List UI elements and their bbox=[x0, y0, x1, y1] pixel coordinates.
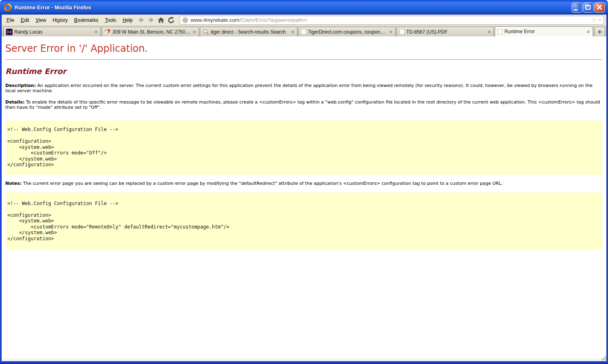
code-line: </system.web> bbox=[7, 156, 602, 162]
menu-label: tory bbox=[59, 17, 68, 23]
window-controls bbox=[571, 2, 606, 13]
minimize-button[interactable] bbox=[572, 2, 582, 13]
url-path: /Claim/Error?aspxerrorpath=/ bbox=[239, 17, 591, 23]
description-text: An application error occurred on the ser… bbox=[5, 83, 593, 93]
url-bar[interactable]: www.4myrebate.com/Claim/Error?aspxerrorp… bbox=[180, 16, 604, 25]
notes-text: The current error page you are seeing ca… bbox=[23, 181, 503, 186]
menu-label: ile bbox=[9, 17, 14, 23]
error-subtitle: Runtime Error bbox=[5, 67, 603, 76]
home-button[interactable] bbox=[156, 15, 166, 25]
tab-title: tiger direct - Search-results Search bbox=[211, 29, 289, 35]
code-line: <customErrors mode="RemoteOnly" defaultR… bbox=[7, 224, 602, 230]
menu-label: iew bbox=[39, 17, 46, 23]
home-icon bbox=[157, 17, 165, 24]
back-button[interactable] bbox=[136, 15, 146, 25]
placeholder-favicon bbox=[498, 29, 503, 34]
code-line: <system.web> bbox=[7, 144, 602, 150]
firefox-icon bbox=[3, 3, 13, 12]
menu-tools[interactable]: Tools bbox=[102, 16, 119, 25]
code-line: <!-- Web.Config Configuration File --> bbox=[7, 127, 602, 133]
notes-paragraph: Notes: The current error page you are se… bbox=[5, 181, 602, 186]
bookmark-star-icon[interactable]: ☆ bbox=[591, 17, 597, 23]
menu-label: dit bbox=[24, 17, 29, 23]
window-border-right bbox=[606, 15, 608, 361]
toolbar: File Edit View History Bookmarks Tools H… bbox=[2, 15, 606, 26]
tab-randy-lucas[interactable]: Randy Lucas × bbox=[3, 27, 101, 36]
code-line bbox=[7, 133, 602, 139]
menu-history[interactable]: History bbox=[49, 16, 71, 25]
reload-button[interactable] bbox=[166, 15, 176, 25]
error-page-title: Server Error in '/' Application. bbox=[5, 43, 603, 54]
menu-label: Hi bbox=[53, 17, 57, 23]
description-label: Description: bbox=[5, 83, 36, 88]
tab-title: TigerDirect.com coupons, coupons Tige... bbox=[308, 29, 387, 35]
divider bbox=[5, 59, 602, 60]
tab-close-icon[interactable]: × bbox=[192, 29, 196, 34]
tab-tiger-direct-search[interactable]: tiger direct - Search-results Search × bbox=[200, 27, 297, 36]
url-dropdown-icon[interactable]: ▼ bbox=[598, 18, 602, 22]
tab-close-icon[interactable]: × bbox=[389, 29, 393, 34]
status-bar bbox=[2, 358, 606, 361]
menu-view[interactable]: View bbox=[32, 16, 49, 25]
tab-title: Runtime Error bbox=[504, 29, 585, 34]
tab-runtime-error-active[interactable]: Runtime Error × bbox=[495, 26, 593, 36]
window-title: Runtime Error - Mozilla Firefox bbox=[15, 4, 91, 11]
code-line bbox=[7, 206, 602, 212]
maps-favicon bbox=[104, 29, 111, 35]
search-favicon bbox=[203, 29, 209, 35]
notes-label: Notes: bbox=[5, 181, 21, 186]
close-button[interactable] bbox=[594, 2, 605, 13]
code-line: <configuration> bbox=[7, 212, 602, 218]
close-icon bbox=[596, 4, 603, 11]
tab-close-icon[interactable]: × bbox=[487, 29, 491, 34]
web-config-code-block-2: <!-- Web.Config Configuration File --> <… bbox=[5, 193, 602, 250]
new-tab-button[interactable]: + bbox=[594, 27, 605, 36]
code-line: <!-- Web.Config Configuration File --> bbox=[7, 201, 602, 207]
window-border-bottom bbox=[0, 361, 608, 364]
code-line: <system.web> bbox=[7, 218, 602, 224]
page-content: Server Error in '/' Application. Runtime… bbox=[2, 36, 606, 358]
web-config-code-block-1: <!-- Web.Config Configuration File --> <… bbox=[5, 121, 602, 175]
tab-close-icon[interactable]: × bbox=[586, 29, 590, 34]
menu-label: ools bbox=[107, 17, 116, 23]
forward-icon bbox=[148, 17, 155, 23]
maximize-button[interactable] bbox=[583, 2, 593, 13]
forward-button[interactable] bbox=[146, 15, 156, 25]
code-line: </configuration> bbox=[7, 162, 602, 168]
tab-title: TD-8587 (US).PDF bbox=[406, 29, 485, 35]
tab-bar: Randy Lucas × 309 W Main St, Benson, NC … bbox=[2, 26, 606, 37]
menu-file[interactable]: File bbox=[3, 16, 17, 25]
tab-title: 309 W Main St, Benson, NC 27504 to M... bbox=[112, 29, 191, 35]
randy-lucas-favicon bbox=[6, 29, 13, 35]
menu-label: ookmarks bbox=[77, 17, 98, 23]
placeholder-favicon bbox=[301, 29, 306, 34]
minimize-icon bbox=[574, 9, 578, 11]
menu-bookmarks[interactable]: Bookmarks bbox=[71, 16, 102, 25]
globe-icon bbox=[182, 17, 189, 23]
code-line: </configuration> bbox=[7, 236, 602, 242]
window-border-left bbox=[0, 15, 2, 361]
details-label: Details: bbox=[5, 99, 25, 105]
code-line: <customErrors mode="Off"/> bbox=[7, 150, 602, 156]
details-paragraph: Details: To enable the details of this s… bbox=[5, 99, 602, 110]
title-bar[interactable]: Runtime Error - Mozilla Firefox bbox=[0, 0, 608, 15]
reload-icon bbox=[167, 17, 175, 24]
firefox-window: Runtime Error - Mozilla Firefox File Edi… bbox=[0, 0, 608, 364]
menu-help[interactable]: Help bbox=[119, 16, 136, 25]
placeholder-favicon bbox=[399, 29, 405, 34]
url-host: www.4myrebate.com bbox=[191, 17, 239, 23]
menu-access-key: H bbox=[123, 17, 126, 23]
tab-close-icon[interactable]: × bbox=[290, 29, 294, 34]
tab-title: Randy Lucas bbox=[14, 29, 92, 35]
menu-label: elp bbox=[126, 17, 133, 23]
code-line: </system.web> bbox=[7, 230, 602, 236]
details-text: To enable the details of this specific e… bbox=[5, 99, 600, 110]
menu-edit[interactable]: Edit bbox=[17, 16, 32, 25]
tab-maps-directions[interactable]: 309 W Main St, Benson, NC 27504 to M... … bbox=[102, 27, 199, 36]
tab-tigerdirect-coupons[interactable]: TigerDirect.com coupons, coupons Tige...… bbox=[298, 27, 396, 36]
tab-close-icon[interactable]: × bbox=[94, 29, 98, 34]
code-line: <configuration> bbox=[7, 138, 602, 144]
resize-grip[interactable] bbox=[601, 356, 606, 361]
description-paragraph: Description: An application error occurr… bbox=[5, 83, 602, 93]
tab-td-8587-pdf[interactable]: TD-8587 (US).PDF × bbox=[396, 27, 494, 36]
